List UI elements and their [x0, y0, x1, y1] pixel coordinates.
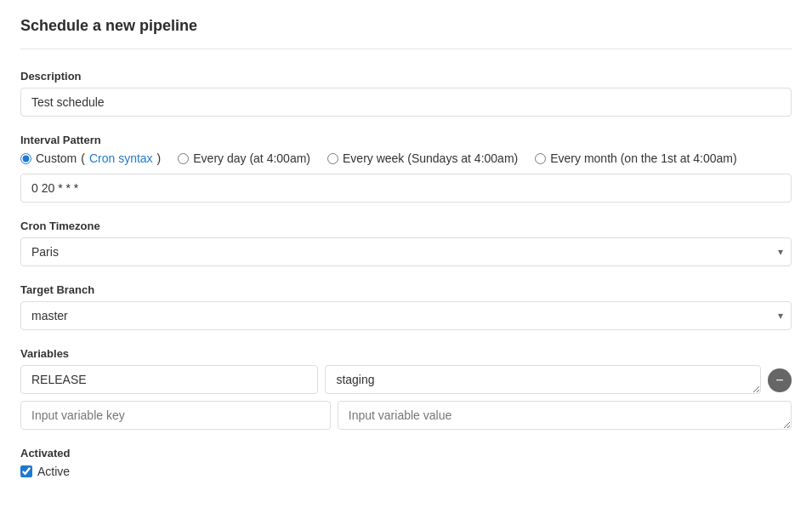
- description-group: Description: [20, 70, 792, 117]
- interval-label-weekly: Every week (Sundays at 4:00am): [343, 151, 518, 165]
- variable-value-new[interactable]: [338, 401, 792, 430]
- interval-pattern-label: Interval Pattern: [20, 134, 792, 146]
- interval-radio-custom[interactable]: [20, 153, 31, 164]
- interval-radio-daily[interactable]: [178, 153, 189, 164]
- variable-key-new[interactable]: [20, 401, 331, 430]
- custom-paren-open: (: [81, 151, 85, 165]
- interval-option-custom[interactable]: Custom ( Cron syntax ): [20, 151, 161, 165]
- cron-timezone-select[interactable]: Paris UTC US/Eastern US/Pacific: [20, 237, 792, 266]
- active-text: Active: [37, 465, 70, 478]
- cron-timezone-wrapper: Paris UTC US/Eastern US/Pacific ▾: [20, 237, 792, 266]
- page-title: Schedule a new pipeline: [20, 17, 792, 35]
- interval-option-weekly[interactable]: Every week (Sundays at 4:00am): [327, 151, 518, 165]
- interval-radio-monthly[interactable]: [535, 153, 546, 164]
- interval-pattern-group: Interval Pattern Custom ( Cron syntax ) …: [20, 134, 792, 203]
- target-branch-select[interactable]: master main develop: [20, 301, 792, 330]
- interval-options: Custom ( Cron syntax ) Every day (at 4:0…: [20, 151, 792, 165]
- variable-row-new: [20, 401, 792, 430]
- cron-timezone-group: Cron Timezone Paris UTC US/Eastern US/Pa…: [20, 220, 792, 266]
- active-checkbox[interactable]: [20, 465, 32, 477]
- interval-label-daily: Every day (at 4:00am): [193, 151, 310, 165]
- interval-radio-weekly[interactable]: [327, 153, 338, 164]
- variable-value-existing[interactable]: staging: [325, 365, 761, 394]
- target-branch-wrapper: master main develop ▾: [20, 301, 792, 330]
- interval-label-custom: Custom: [36, 151, 77, 165]
- active-checkbox-label[interactable]: Active: [20, 465, 792, 478]
- variable-key-existing[interactable]: [20, 365, 318, 394]
- description-input[interactable]: [20, 88, 792, 117]
- activated-group: Activated Active: [20, 447, 792, 478]
- interval-label-monthly: Every month (on the 1st at 4:00am): [550, 151, 736, 165]
- remove-variable-button[interactable]: −: [768, 368, 792, 392]
- variables-label: Variables: [20, 347, 792, 360]
- title-divider: [20, 49, 792, 49]
- cron-expression-input[interactable]: [20, 174, 792, 203]
- activated-label: Activated: [20, 447, 792, 459]
- variables-group: Variables staging −: [20, 347, 792, 430]
- target-branch-group: Target Branch master main develop ▾: [20, 283, 792, 330]
- target-branch-label: Target Branch: [20, 283, 792, 296]
- cron-syntax-link[interactable]: Cron syntax: [89, 151, 153, 165]
- custom-paren-close: ): [157, 151, 162, 165]
- cron-timezone-label: Cron Timezone: [20, 220, 792, 232]
- description-label: Description: [20, 70, 792, 83]
- interval-option-daily[interactable]: Every day (at 4:00am): [178, 151, 310, 165]
- variable-row-existing: staging −: [20, 365, 792, 394]
- interval-option-monthly[interactable]: Every month (on the 1st at 4:00am): [535, 151, 736, 165]
